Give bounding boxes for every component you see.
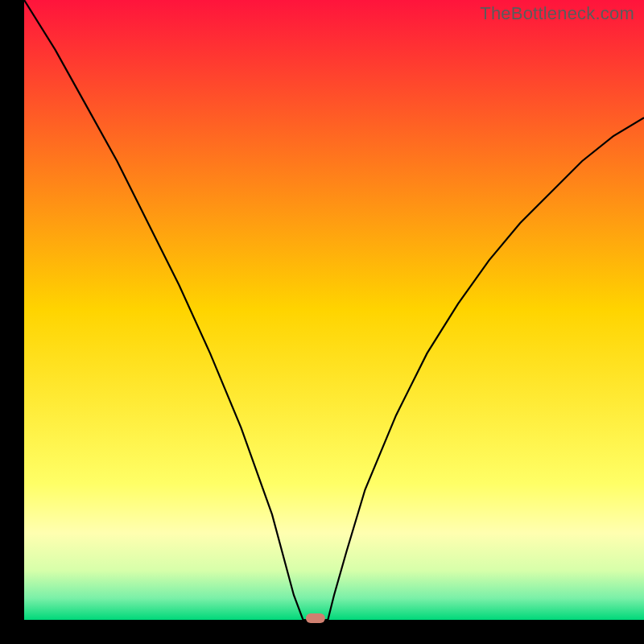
chart-svg [0, 0, 644, 644]
minimum-marker [306, 613, 325, 623]
chart-stage: TheBottleneck.com [0, 0, 644, 644]
plot-background [24, 0, 644, 620]
watermark-text: TheBottleneck.com [480, 3, 634, 24]
